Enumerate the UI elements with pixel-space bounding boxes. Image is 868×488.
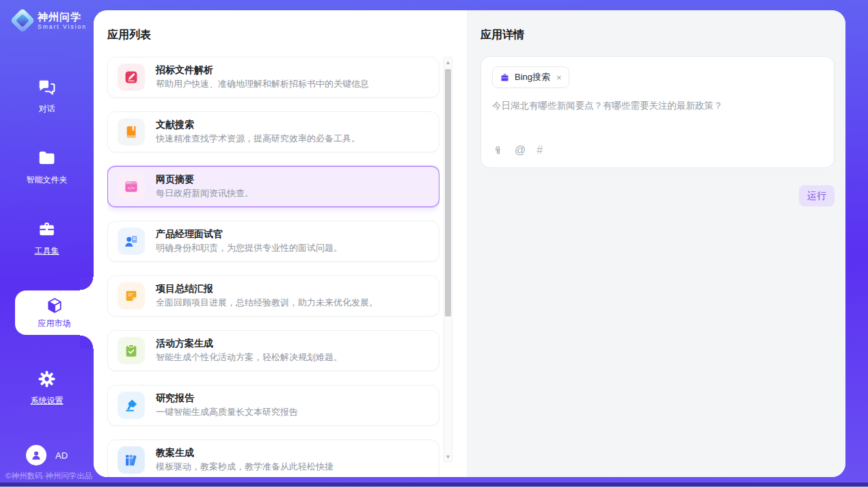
app-card[interactable]: </>网页摘要每日政府新闻资讯快查。 [107, 166, 439, 207]
sidebar-footer: ©神州数码·神州问学出品 [5, 471, 92, 481]
main-container: 应用列表 招标文件解析帮助用户快速、准确地理解和解析招标书中的关键信息文献搜索快… [94, 10, 845, 477]
app-card-description: 每日政府新闻资讯快查。 [156, 188, 254, 199]
tool-chip-label: Bing搜索 [515, 71, 550, 83]
app-card[interactable]: 文献搜索快速精准查找学术资源，提高研究效率的必备工具。 [107, 111, 439, 152]
svg-text:</>: </> [128, 185, 135, 190]
app-detail-panel: 应用详情 Bing搜索 × 今日湖北有哪些新闻要点？有哪些需要关注的最新政策？ … [467, 10, 845, 477]
sidebar: 神州问学 Smart Vision 对话智能文件夹工具集应用市场系统设置 AD … [0, 0, 94, 488]
at-icon[interactable]: @ [515, 144, 526, 157]
hash-icon[interactable]: # [537, 144, 543, 157]
sidebar-item-3[interactable]: 工具集 [0, 202, 94, 273]
paperclip-icon[interactable] [492, 145, 504, 157]
clipboard-check-icon [118, 337, 145, 364]
app-card-description: 全面回顾项目进展，总结经验教训，助力未来优化发展。 [156, 297, 378, 308]
app-card[interactable]: 招标文件解析帮助用户快速、准确地理解和解析招标书中的关键信息 [107, 57, 439, 98]
app-card-title: 招标文件解析 [156, 65, 369, 75]
sidebar-item-label: 对话 [39, 103, 55, 115]
user-row[interactable]: AD [26, 445, 68, 465]
sidebar-item-label: 应用市场 [38, 318, 71, 329]
avatar[interactable] [26, 445, 46, 465]
sidebar-item-label: 系统设置 [31, 395, 64, 407]
run-button[interactable]: 运行 [799, 185, 835, 206]
brand-logo: 神州问学 Smart Vision [14, 11, 87, 30]
sidebar-item-5[interactable]: 系统设置 [0, 352, 94, 423]
app-card[interactable]: 产品经理面试官明确身份和职责，为您提供专业性的面试问题。 [107, 221, 439, 262]
sidebar-item-label: 工具集 [35, 245, 59, 257]
scrollbar[interactable]: ▲ ▼ [444, 57, 452, 462]
interviewer-icon [118, 228, 145, 255]
app-list: 招标文件解析帮助用户快速、准确地理解和解析招标书中的关键信息文献搜索快速精准查找… [107, 57, 439, 477]
app-card-description: 快速精准查找学术资源，提高研究效率的必备工具。 [156, 133, 360, 144]
brand-subtitle: Smart Vision [38, 23, 87, 30]
person-icon [30, 449, 42, 461]
webpage-icon: </> [118, 173, 145, 200]
tool-chip-bing-search[interactable]: Bing搜索 × [492, 66, 569, 88]
folder-icon [37, 148, 57, 168]
app-card[interactable]: 项目总结汇报全面回顾项目进展，总结经验教训，助力未来优化发展。 [107, 275, 439, 316]
app-detail-title: 应用详情 [480, 28, 845, 42]
scrollbar-thumb[interactable] [445, 69, 451, 316]
app-card-description: 一键智能生成高质量长文本研究报告 [156, 407, 298, 418]
cube-icon [46, 297, 64, 314]
app-card-description: 智能生成个性化活动方案，轻松解决规划难题。 [156, 352, 342, 363]
app-card-title: 活动方案生成 [156, 338, 342, 349]
close-icon[interactable]: × [555, 73, 562, 82]
app-list-panel: 应用列表 招标文件解析帮助用户快速、准确地理解和解析招标书中的关键信息文献搜索快… [94, 10, 467, 477]
app-card-title: 文献搜索 [156, 120, 360, 130]
book-icon [118, 118, 145, 146]
sidebar-item-1[interactable]: 对话 [0, 60, 94, 131]
app-card-title: 产品经理面试官 [156, 229, 342, 239]
app-card[interactable]: 活动方案生成智能生成个性化活动方案，轻松解决规划难题。 [107, 330, 439, 371]
app-card-title: 教案生成 [156, 448, 334, 458]
edit-icon [118, 64, 145, 91]
sidebar-nav: 对话智能文件夹工具集应用市场系统设置 [0, 60, 94, 423]
sidebar-item-label: 智能文件夹 [27, 174, 68, 186]
books-icon [118, 446, 145, 474]
brand-name: 神州问学 [38, 11, 87, 23]
app-card[interactable]: 教案生成模板驱动，教案秒成，教学准备从此轻松快捷 [107, 439, 439, 477]
user-name: AD [55, 450, 68, 461]
scrollbar-down-arrow[interactable]: ▼ [444, 452, 452, 461]
sidebar-item-2[interactable]: 智能文件夹 [0, 131, 94, 202]
prompt-card[interactable]: Bing搜索 × 今日湖北有哪些新闻要点？有哪些需要关注的最新政策？ @ # [480, 56, 835, 168]
query-text[interactable]: 今日湖北有哪些新闻要点？有哪些需要关注的最新政策？ [492, 100, 823, 113]
composer-toolbar: @ # [492, 144, 823, 158]
sidebar-item-4[interactable]: 应用市场 [15, 290, 94, 335]
app-card-title: 项目总结汇报 [156, 284, 378, 294]
scrollbar-up-arrow[interactable]: ▲ [444, 57, 452, 67]
briefcase-icon [500, 72, 510, 83]
chat-icon [37, 77, 57, 97]
gear-icon [37, 369, 57, 389]
note-icon [118, 282, 145, 310]
brand-gem-icon [10, 8, 36, 33]
app-card-description: 帮助用户快速、准确地理解和解析招标书中的关键信息 [156, 79, 369, 90]
report-icon [118, 392, 145, 419]
toolbox-icon [37, 219, 57, 239]
app-card-title: 研究报告 [156, 393, 298, 403]
app-card-description: 模板驱动，教案秒成，教学准备从此轻松快捷 [156, 461, 334, 472]
app-card[interactable]: 研究报告一键智能生成高质量长文本研究报告 [107, 385, 439, 426]
app-card-description: 明确身份和职责，为您提供专业性的面试问题。 [156, 243, 342, 254]
app-list-title: 应用列表 [107, 28, 467, 42]
app-card-title: 网页摘要 [156, 174, 254, 185]
